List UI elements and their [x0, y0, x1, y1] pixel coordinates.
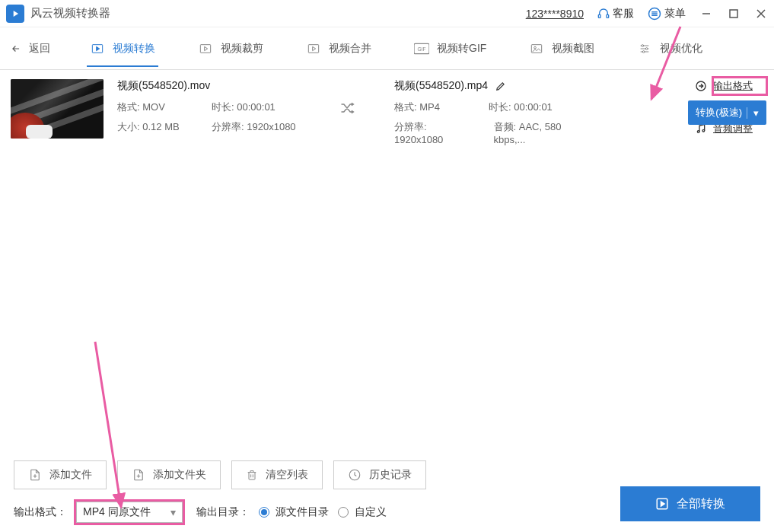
tab-video-convert[interactable]: 视频转换	[87, 31, 158, 66]
radio-source-dir[interactable]: 源文件目录	[259, 505, 329, 519]
convert-all-button[interactable]: 全部转换	[620, 486, 760, 521]
add-folder-button[interactable]: 添加文件夹	[117, 460, 221, 489]
history-button[interactable]: 历史记录	[333, 460, 426, 489]
support-button[interactable]: 客服	[597, 7, 634, 21]
tab-video-gif[interactable]: GIF 视频转GIF	[411, 31, 489, 66]
svg-point-11	[642, 44, 644, 46]
radio-custom-dir[interactable]: 自定义	[338, 505, 387, 519]
output-format-select[interactable]: MP4 同原文件 ▾	[76, 502, 183, 523]
bottom-bar: 添加文件 添加文件夹 清空列表 历史记录 输出格式： MP4 同原文件 ▾ 输出…	[0, 453, 774, 532]
support-label: 客服	[613, 7, 634, 21]
video-thumbnail[interactable]	[11, 79, 104, 139]
tab-label: 视频优化	[660, 42, 702, 56]
headset-icon	[597, 8, 610, 20]
svg-point-17	[697, 131, 699, 133]
svg-point-13	[643, 50, 645, 53]
svg-rect-1	[607, 14, 609, 18]
tab-label: 视频截图	[552, 42, 594, 56]
back-button[interactable]: 返回	[9, 42, 50, 56]
output-format-link[interactable]: 输出格式	[695, 79, 763, 93]
edit-icon[interactable]	[495, 81, 506, 91]
clear-list-button[interactable]: 清空列表	[231, 460, 323, 489]
user-id-link[interactable]: 123****8910	[526, 8, 584, 20]
tab-label: 视频裁剪	[221, 42, 263, 56]
svg-point-12	[646, 47, 648, 49]
shuffle-icon[interactable]	[338, 100, 356, 118]
titlebar: 风云视频转换器 123****8910 客服 菜单	[0, 0, 774, 27]
output-format-label: 输出格式：	[14, 505, 67, 519]
file-plus-icon	[28, 467, 42, 483]
svg-rect-6	[308, 44, 318, 53]
svg-point-10	[534, 46, 537, 49]
maximize-button[interactable]	[727, 7, 741, 21]
svg-point-18	[702, 129, 705, 132]
tab-label: 视频转GIF	[437, 42, 486, 56]
optimize-icon	[637, 43, 652, 55]
svg-rect-3	[730, 10, 737, 18]
format-icon	[695, 80, 707, 92]
svg-rect-5	[200, 44, 210, 53]
clock-icon	[348, 468, 362, 482]
radio-icon	[259, 507, 269, 518]
toolbar: 返回 视频转换 视频裁剪 视频合并 GIF 视频转GIF 视频截图 视频优化	[0, 27, 774, 70]
source-filename: 视频(5548520).mov	[117, 79, 338, 93]
output-dir-label: 输出目录：	[196, 505, 250, 519]
destination-info: 视频(5548520).mp4 格式: MP4 时长: 00:00:01 分辨率…	[394, 79, 592, 151]
back-label: 返回	[29, 42, 50, 56]
arrow-left-icon	[9, 43, 23, 54]
screenshot-icon	[529, 43, 544, 55]
svg-text:GIF: GIF	[417, 46, 425, 52]
tab-video-optimize[interactable]: 视频优化	[634, 31, 706, 66]
tab-label: 视频转换	[113, 42, 155, 56]
chevron-down-icon[interactable]: ▾	[747, 107, 759, 119]
gif-icon: GIF	[414, 43, 429, 55]
app-title: 风云视频转换器	[30, 6, 110, 21]
minimize-button[interactable]	[699, 7, 713, 21]
source-info: 视频(5548520).mov 格式: MOV 时长: 00:00:01 大小:…	[117, 79, 338, 140]
tab-label: 视频合并	[329, 42, 371, 56]
menu-label: 菜单	[664, 7, 686, 21]
chevron-down-icon: ▾	[170, 506, 176, 518]
menu-button[interactable]: 菜单	[648, 7, 686, 21]
tab-video-screenshot[interactable]: 视频截图	[526, 31, 597, 66]
convert-item-button[interactable]: 转换(极速) ▾	[688, 100, 766, 125]
radio-icon	[338, 507, 349, 518]
convert-icon	[90, 43, 105, 55]
destination-filename: 视频(5548520).mp4	[394, 79, 488, 93]
folder-plus-icon	[132, 467, 145, 483]
tab-video-crop[interactable]: 视频裁剪	[195, 31, 266, 66]
play-icon	[655, 497, 669, 511]
menu-icon	[648, 7, 661, 21]
merge-icon	[306, 43, 321, 55]
crop-icon	[198, 43, 213, 55]
app-logo-icon	[6, 5, 24, 23]
video-item: 视频(5548520).mov 格式: MOV 时长: 00:00:01 大小:…	[0, 70, 774, 161]
svg-rect-0	[598, 14, 600, 18]
trash-icon	[246, 468, 258, 482]
add-file-button[interactable]: 添加文件	[14, 460, 107, 489]
close-button[interactable]	[754, 7, 768, 21]
tab-video-merge[interactable]: 视频合并	[303, 31, 374, 66]
